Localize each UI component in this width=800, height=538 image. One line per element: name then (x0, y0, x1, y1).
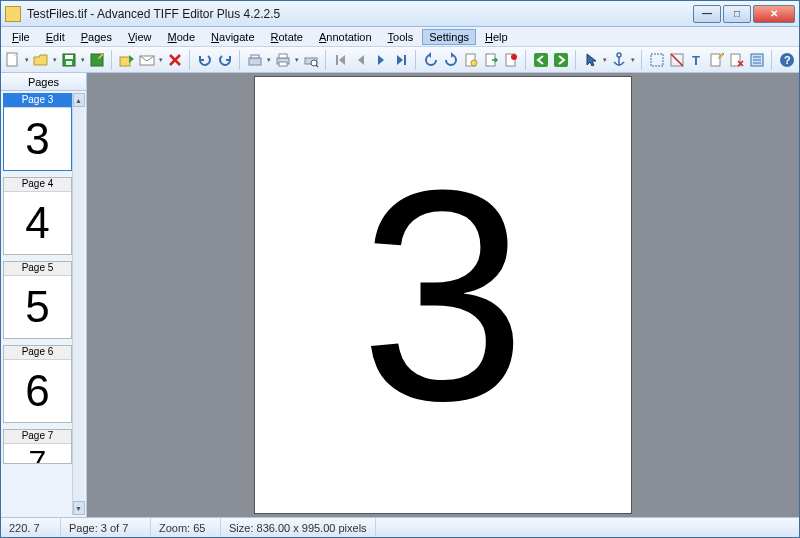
select-icon[interactable] (649, 51, 665, 69)
page-tool-icon[interactable] (463, 51, 479, 69)
first-page-icon[interactable] (333, 51, 349, 69)
separator (575, 50, 577, 70)
window-title: TestFiles.tif - Advanced TIFF Editor Plu… (27, 7, 693, 21)
svg-rect-3 (66, 61, 72, 65)
prev-page-icon[interactable] (353, 51, 369, 69)
thumbnail-label: Page 5 (4, 262, 71, 276)
menu-rotate[interactable]: Rotate (264, 29, 310, 45)
menu-help[interactable]: Help (478, 29, 515, 45)
menu-file[interactable]: File (5, 29, 37, 45)
text-icon[interactable]: T (689, 51, 705, 69)
new-icon[interactable] (5, 51, 21, 69)
separator (771, 50, 773, 70)
print-preview-icon[interactable] (303, 51, 319, 69)
separator (641, 50, 643, 70)
edit-page-icon[interactable] (709, 51, 725, 69)
save-as-icon[interactable] (89, 51, 105, 69)
svg-rect-2 (65, 55, 73, 59)
status-zoom: Zoom: 65 (151, 518, 221, 537)
menu-annotation[interactable]: Annotation (312, 29, 379, 45)
menu-pages[interactable]: Pages (74, 29, 119, 45)
minimize-button[interactable]: — (693, 5, 721, 23)
delete-page-icon[interactable] (729, 51, 745, 69)
svg-rect-8 (251, 55, 259, 58)
pages-sidebar: Pages Page 3 3 Page 4 4 Page 5 5 (1, 73, 87, 517)
help-icon[interactable]: ? (779, 51, 795, 69)
print-icon[interactable] (275, 51, 291, 69)
thumbnail-label: Page 3 (4, 94, 71, 108)
menu-edit[interactable]: Edit (39, 29, 72, 45)
svg-rect-28 (731, 54, 740, 66)
crop-icon[interactable] (669, 51, 685, 69)
open-dropdown[interactable]: ▾ (53, 56, 57, 64)
move-page-icon[interactable] (483, 51, 499, 69)
redo-icon[interactable] (217, 51, 233, 69)
page-canvas[interactable]: 3 (254, 76, 632, 514)
thumbnail-label: Page 6 (4, 346, 71, 360)
close-button[interactable]: ✕ (753, 5, 795, 23)
menu-settings[interactable]: Settings (422, 29, 476, 45)
mail-icon[interactable] (139, 51, 155, 69)
page-content: 3 (360, 145, 527, 445)
menu-navigate[interactable]: Navigate (204, 29, 261, 45)
scroll-down-button[interactable]: ▼ (73, 501, 85, 515)
thumbnail-scrollbar: ▲ ▼ (72, 93, 84, 515)
svg-rect-11 (279, 62, 287, 66)
separator (325, 50, 327, 70)
thumbnail-preview: 4 (4, 192, 71, 254)
svg-line-14 (316, 65, 318, 67)
last-page-icon[interactable] (393, 51, 409, 69)
status-page: Page: 3 of 7 (61, 518, 151, 537)
save-icon[interactable] (61, 51, 77, 69)
next-page-icon[interactable] (373, 51, 389, 69)
page-thumbnail[interactable]: Page 3 3 (3, 93, 72, 171)
app-icon (5, 6, 21, 22)
pointer-icon[interactable] (583, 51, 599, 69)
anchor-dropdown[interactable]: ▾ (631, 56, 635, 64)
maximize-button[interactable]: □ (723, 5, 751, 23)
forward-icon[interactable] (553, 51, 569, 69)
scan-icon[interactable] (247, 51, 263, 69)
page-thumbnail[interactable]: Page 5 5 (3, 261, 72, 339)
separator (189, 50, 191, 70)
bookmark-page-icon[interactable] (503, 51, 519, 69)
page-thumbnail[interactable]: Page 4 4 (3, 177, 72, 255)
menu-bar: File Edit Pages View Mode Navigate Rotat… (1, 27, 799, 47)
scroll-up-button[interactable]: ▲ (73, 93, 85, 107)
svg-point-19 (511, 54, 517, 60)
properties-icon[interactable] (749, 51, 765, 69)
anchor-icon[interactable] (611, 51, 627, 69)
thumbnails-panel: Page 3 3 Page 4 4 Page 5 5 Page 6 6 (1, 91, 86, 517)
svg-text:?: ? (784, 54, 791, 66)
canvas-area[interactable]: 3 (87, 73, 799, 517)
save-dropdown[interactable]: ▾ (81, 56, 85, 64)
menu-view[interactable]: View (121, 29, 159, 45)
svg-rect-21 (554, 53, 568, 67)
undo-icon[interactable] (197, 51, 213, 69)
svg-point-16 (471, 60, 477, 66)
thumbnail-label: Page 4 (4, 178, 71, 192)
window-buttons: — □ ✕ (693, 5, 795, 23)
back-icon[interactable] (533, 51, 549, 69)
toolbar: ▾ ▾ ▾ ▾ ▾ ▾ ▾ ▾ (1, 47, 799, 73)
mail-dropdown[interactable]: ▾ (159, 56, 163, 64)
status-size: Size: 836.00 x 995.00 pixels (221, 518, 376, 537)
rotate-right-icon[interactable] (443, 51, 459, 69)
menu-mode[interactable]: Mode (161, 29, 203, 45)
export-icon[interactable] (119, 51, 135, 69)
page-thumbnail[interactable]: Page 7 7 (3, 429, 72, 464)
delete-icon[interactable] (167, 51, 183, 69)
print-dropdown[interactable]: ▾ (295, 56, 299, 64)
open-icon[interactable] (33, 51, 49, 69)
pointer-dropdown[interactable]: ▾ (603, 56, 607, 64)
svg-rect-5 (120, 57, 130, 66)
rotate-left-icon[interactable] (423, 51, 439, 69)
thumbnail-preview: 6 (4, 360, 71, 422)
page-thumbnail[interactable]: Page 6 6 (3, 345, 72, 423)
scan-dropdown[interactable]: ▾ (267, 56, 271, 64)
thumbnail-preview: 3 (4, 108, 71, 170)
app-window: TestFiles.tif - Advanced TIFF Editor Plu… (0, 0, 800, 538)
svg-rect-10 (279, 54, 287, 58)
new-dropdown[interactable]: ▾ (25, 56, 29, 64)
menu-tools[interactable]: Tools (381, 29, 421, 45)
